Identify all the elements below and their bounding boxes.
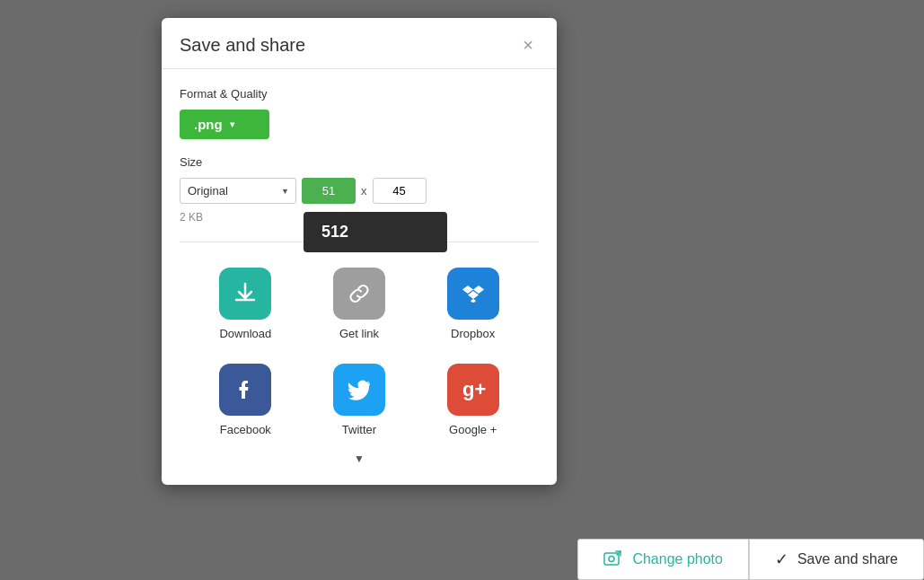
get-link-label: Get link (339, 327, 379, 340)
size-select-wrapper: Original (180, 178, 296, 204)
size-dropdown[interactable]: 512 (304, 212, 447, 252)
share-item-dropbox[interactable]: Dropbox (416, 260, 530, 347)
format-arrow-icon: ▾ (230, 119, 234, 129)
download-label: Download (219, 327, 271, 340)
googleplus-icon: g+ (447, 364, 499, 416)
bottom-bar: Change photo ✓ Save and share (577, 539, 924, 580)
svg-point-2 (609, 557, 614, 562)
modal-body: Format & Quality .png ▾ Size Original x (162, 69, 557, 485)
share-item-download[interactable]: Download (189, 260, 303, 347)
facebook-icon (219, 364, 271, 416)
check-icon: ✓ (775, 549, 788, 569)
change-photo-icon (603, 549, 623, 569)
modal-title: Save and share (180, 35, 305, 56)
facebook-label: Facebook (220, 423, 271, 436)
modal-header: Save and share × (162, 18, 557, 69)
save-share-button[interactable]: ✓ Save and share (749, 539, 924, 580)
more-arrow-icon: ▼ (354, 453, 365, 465)
modal-overlay: Save and share × Format & Quality .png ▾… (0, 0, 924, 580)
close-button[interactable]: × (517, 34, 539, 56)
googleplus-label: Google + (449, 423, 497, 436)
width-input[interactable] (302, 178, 356, 204)
more-arrow[interactable]: ▼ (180, 444, 539, 476)
save-share-modal: Save and share × Format & Quality .png ▾… (162, 18, 557, 485)
format-quality-label: Format & Quality (180, 87, 539, 101)
share-item-googleplus[interactable]: g+ Google + (416, 356, 530, 444)
save-share-label: Save and share (797, 551, 898, 567)
dropdown-value: 512 (321, 223, 348, 241)
format-value: .png (194, 117, 223, 132)
size-section: Size Original x 512 2 KB (180, 155, 539, 224)
size-controls: Original x 512 (180, 178, 539, 204)
height-input[interactable] (373, 178, 427, 204)
share-item-get-link[interactable]: Get link (303, 260, 417, 347)
svg-text:g+: g+ (462, 378, 486, 400)
size-select[interactable]: Original (180, 178, 296, 204)
format-button[interactable]: .png ▾ (180, 110, 269, 139)
link-icon (333, 268, 385, 320)
twitter-label: Twitter (342, 423, 376, 436)
share-item-twitter[interactable]: Twitter (303, 356, 417, 444)
share-section: Download Get link (180, 242, 539, 444)
twitter-icon (333, 364, 385, 416)
change-photo-label: Change photo (632, 551, 723, 567)
size-x-separator: x (361, 184, 367, 198)
dropbox-label: Dropbox (451, 327, 495, 340)
download-icon (219, 268, 271, 320)
size-label: Size (180, 155, 539, 169)
dropbox-icon (447, 268, 499, 320)
change-photo-button[interactable]: Change photo (577, 539, 749, 580)
share-item-facebook[interactable]: Facebook (189, 356, 303, 444)
